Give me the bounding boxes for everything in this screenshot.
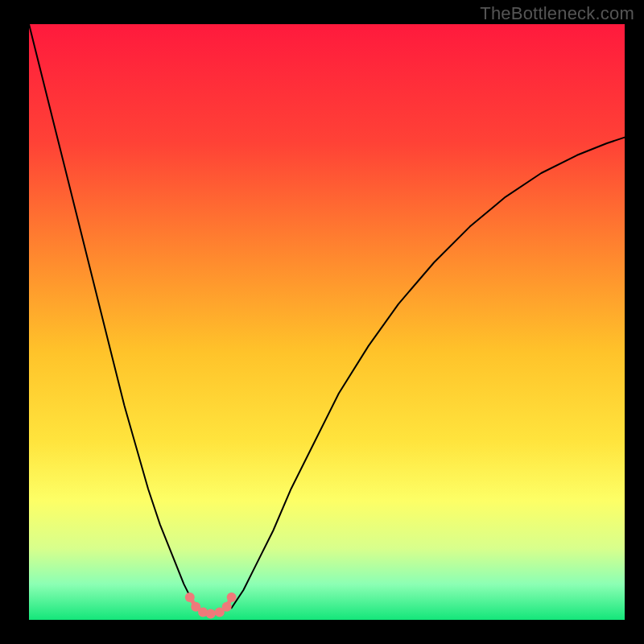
valley-marker xyxy=(227,592,237,602)
bottleneck-chart xyxy=(0,0,644,644)
chart-stage: TheBottleneck.com xyxy=(0,0,644,644)
valley-marker xyxy=(222,602,232,612)
valley-marker xyxy=(185,592,195,602)
gradient-background xyxy=(29,24,625,620)
valley-marker xyxy=(206,609,216,619)
watermark-text: TheBottleneck.com xyxy=(480,3,634,24)
